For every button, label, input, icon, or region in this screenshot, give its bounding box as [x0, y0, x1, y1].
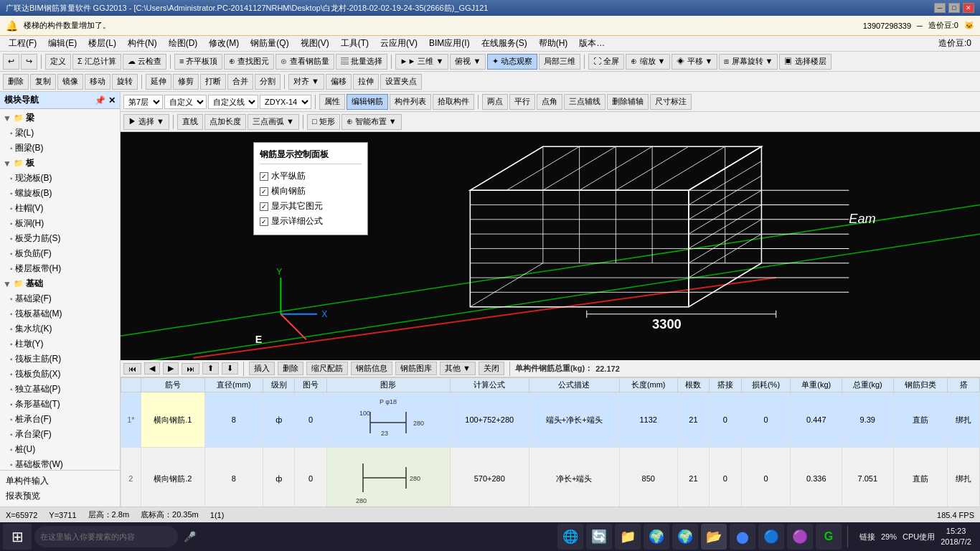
linetype-select[interactable]: 自定义线: [208, 95, 258, 109]
tree-item-cap-beam[interactable]: ▪承台梁(F): [7, 427, 120, 442]
menu-item-file[interactable]: 工程(F): [3, 36, 42, 51]
tree-item-raft[interactable]: ▪筏板基础(M): [7, 306, 120, 321]
btn-find-elem[interactable]: ⊕ 查找图元: [224, 54, 274, 70]
btn-calc[interactable]: Σ 汇总计算: [72, 54, 121, 70]
taskbar-app-blue2[interactable]: 🔵: [758, 524, 784, 550]
btn-extend[interactable]: 延伸: [146, 74, 171, 90]
btn-edit-rebar[interactable]: 编辑钢筋: [347, 94, 388, 110]
nav-report[interactable]: 报表预览: [3, 489, 117, 504]
btn-3d[interactable]: ►► 三维 ▼: [395, 54, 449, 70]
fp-check-other-elem[interactable]: ✓: [260, 202, 268, 211]
btn-move[interactable]: 移动: [85, 74, 110, 90]
btn-del-row[interactable]: 删除: [278, 362, 303, 375]
minimize-button[interactable]: ─: [934, 3, 946, 13]
tree-item-raft-neg-rebar[interactable]: ▪筏板负筋(X): [7, 367, 120, 382]
btn-zoom[interactable]: ⊕ 缩放 ▼: [626, 54, 670, 70]
menu-item-cloud[interactable]: 云应用(V): [374, 36, 423, 51]
btn-two-point[interactable]: 两点: [482, 94, 508, 110]
btn-props[interactable]: 属性: [319, 94, 345, 110]
btn-local-3d[interactable]: 局部三维: [539, 54, 580, 70]
tree-item-slab-neg-rebar[interactable]: ▪板负筋(F): [7, 246, 120, 261]
nav-single-component[interactable]: 单构件输入: [3, 474, 117, 489]
btn-divide[interactable]: 分割: [255, 74, 281, 90]
btn-merge[interactable]: 合并: [227, 74, 253, 90]
btn-scale-rebar[interactable]: 缩尺配筋: [306, 362, 348, 375]
layer-select[interactable]: 自定义: [164, 95, 207, 109]
btn-trim[interactable]: 修剪: [173, 74, 199, 90]
btn-angle-pt[interactable]: 点角: [537, 94, 562, 110]
tree-item-slab-hole[interactable]: ▪板洞(H): [7, 216, 120, 231]
cell-formula[interactable]: 100+752+280: [450, 392, 529, 448]
btn-insert-row[interactable]: 插入: [249, 362, 275, 375]
btn-nav-first[interactable]: ⏮: [123, 363, 141, 375]
taskbar-app-purple[interactable]: 🟣: [787, 524, 813, 550]
taskbar-app-files[interactable]: 📂: [701, 524, 727, 550]
btn-fullscreen[interactable]: ⛶ 全屏: [588, 54, 624, 70]
menu-item-tools[interactable]: 工具(T): [335, 36, 374, 51]
menu-item-version[interactable]: 版本…: [573, 36, 611, 51]
btn-cloud-check[interactable]: ☁ 云检查: [123, 54, 166, 70]
tree-item-beam-l[interactable]: ▪ 梁(L): [7, 126, 120, 141]
cell-rebar-num[interactable]: 横向钢筋.1: [141, 392, 204, 448]
close-button[interactable]: ✕: [963, 3, 974, 13]
tree-group-foundation[interactable]: ▼ 📁 基础: [0, 276, 120, 291]
fp-check-lateral[interactable]: ✓: [260, 187, 268, 196]
tree-item-col-stump[interactable]: ▪柱墩(Y): [7, 336, 120, 352]
taskbar-app-edge1[interactable]: 🌍: [644, 524, 669, 550]
btn-nav-last[interactable]: ⏭: [182, 363, 199, 375]
btn-three-aux[interactable]: 三点辅线: [564, 94, 606, 110]
btn-pickup[interactable]: 拾取构件: [433, 94, 474, 110]
taskbar-app-ie[interactable]: 🌐: [557, 524, 583, 550]
btn-rect[interactable]: □ 矩形: [307, 114, 340, 130]
fp-item-horiz[interactable]: ✓ 水平纵筋: [260, 169, 362, 184]
btn-copy[interactable]: 复制: [30, 74, 56, 90]
floor-select[interactable]: 第7层: [123, 95, 163, 109]
fp-item-detail-formula[interactable]: ✓ 显示详细公式: [260, 214, 362, 229]
btn-rebar-info[interactable]: 钢筋信息: [351, 362, 392, 375]
tree-group-slab[interactable]: ▼ 📁 板: [0, 156, 120, 171]
btn-screen-rotate[interactable]: ⧆ 屏幕旋转 ▼: [719, 54, 778, 70]
menu-item-rebar[interactable]: 钢筋量(Q): [245, 36, 294, 51]
btn-topview[interactable]: 俯视 ▼: [450, 54, 486, 70]
btn-nav-prev[interactable]: ◀: [144, 362, 160, 375]
btn-delete[interactable]: 删除: [3, 74, 29, 90]
btn-view-rebar[interactable]: ⊙ 查看钢筋量: [275, 54, 334, 70]
btn-other[interactable]: 其他 ▼: [440, 362, 476, 375]
cell-diam[interactable]: 8: [204, 448, 263, 507]
tree-item-column-cap[interactable]: ▪柱帽(V): [7, 201, 120, 216]
nav-pin-icon[interactable]: 📌: [95, 95, 105, 105]
taskbar-app-edge2[interactable]: 🌍: [672, 524, 698, 550]
tree-item-floor-band[interactable]: ▪楼层板带(H): [7, 261, 120, 276]
tree-item-found-band[interactable]: ▪基础板带(W): [7, 457, 120, 470]
menu-item-view[interactable]: 视图(V): [295, 36, 335, 51]
taskbar-search[interactable]: [34, 526, 178, 547]
fp-item-lateral[interactable]: ✓ 横向钢筋: [260, 184, 362, 199]
menu-item-draw[interactable]: 绘图(D): [163, 36, 204, 51]
taskbar-app-blue1[interactable]: ⬤: [730, 524, 755, 550]
btn-level-top[interactable]: ≡ 齐平板顶: [174, 54, 222, 70]
btn-close-rebar[interactable]: 关闭: [479, 362, 504, 375]
btn-nav-down[interactable]: ⬇: [222, 362, 238, 375]
btn-define[interactable]: 定义: [45, 54, 71, 70]
taskbar-app-folder[interactable]: 📁: [615, 524, 641, 550]
cell-formula[interactable]: 570+280: [450, 448, 529, 507]
btn-undo[interactable]: ↩: [3, 54, 19, 70]
menu-item-modify[interactable]: 修改(M): [203, 36, 245, 51]
cell-grade[interactable]: ф: [263, 392, 294, 448]
taskbar-app-refresh[interactable]: 🔄: [586, 524, 612, 550]
tree-item-slab-rebar-s[interactable]: ▪板受力筋(S): [7, 231, 120, 246]
btn-dynamic-obs[interactable]: ✦ 动态观察: [487, 54, 537, 70]
btn-grip[interactable]: 设置夹点: [380, 74, 422, 90]
btn-del-aux[interactable]: 删除辅轴: [607, 94, 649, 110]
tree-item-isolated-found[interactable]: ▪独立基础(P): [7, 382, 120, 397]
tree-item-ring-beam[interactable]: ▪ 圈梁(B): [7, 141, 120, 156]
table-row[interactable]: 1* 横向钢筋.1 8 ф 0 P φ18 100: [121, 392, 980, 448]
tree-item-cast-slab[interactable]: ▪现浇板(B): [7, 171, 120, 186]
menu-item-edit[interactable]: 编辑(E): [42, 36, 83, 51]
rebar-table-wrapper[interactable]: 筋号 直径(mm) 级别 图号 图形 计算公式 公式描述 长度(mm) 根数 搭…: [121, 377, 980, 507]
btn-component-list[interactable]: 构件列表: [390, 94, 431, 110]
tree-item-spiral-slab[interactable]: ▪螺旋板(B): [7, 186, 120, 201]
btn-three-arc[interactable]: 三点画弧 ▼: [248, 114, 299, 130]
btn-select-floor[interactable]: ▣ 选择楼层: [779, 54, 831, 70]
btn-smart-layout[interactable]: ⊕ 智能布置 ▼: [341, 114, 402, 130]
